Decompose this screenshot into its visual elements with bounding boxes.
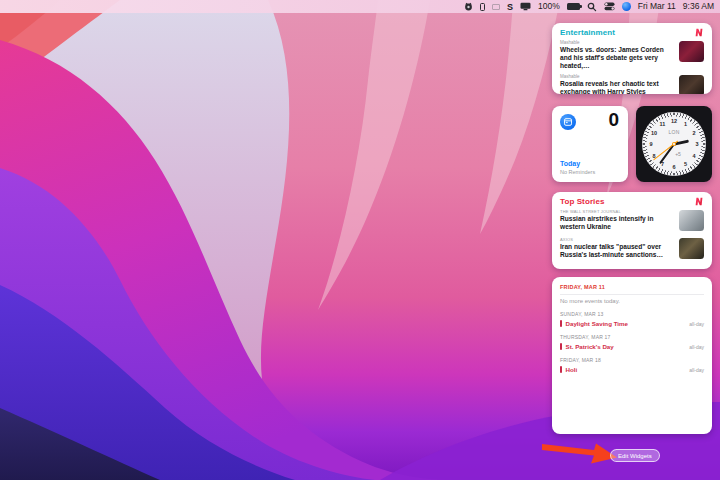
calendar-event[interactable]: Holi all-day [560,366,704,373]
story-headline: Russian airstrikes intensify in western … [560,215,674,231]
news-app-icon [695,28,704,37]
news-story[interactable]: Mashable Rosalia reveals her chaotic tex… [552,72,712,94]
divider [560,294,704,295]
spotlight-icon[interactable] [587,0,597,13]
calendar-event[interactable]: Daylight Saving Time all-day [560,320,704,327]
story-headline: Iran nuclear talks "paused" over Russia'… [560,243,674,259]
clock-hub [672,142,676,146]
event-color-bar [560,320,562,327]
event-time: all-day [689,321,704,327]
desktop: S 100% Fri Mar 11 9:36 AM Entertainment … [0,0,720,480]
story-thumbnail [679,238,704,259]
story-thumbnail [679,210,704,231]
clock-face: 12 1 2 3 4 5 6 7 8 9 10 11 LON +5 [642,112,706,176]
event-title: St. Patrick's Day [566,343,690,350]
reminders-today-icon [560,114,576,130]
story-source: THE WALL STREET JOURNAL [560,209,674,214]
event-color-bar [560,366,562,373]
battery-percent-label: 100% [538,0,560,13]
entertainment-widget-title: Entertainment [560,28,615,37]
battery-icon[interactable] [567,0,580,13]
calendar-widget[interactable]: FRIDAY, MAR 11 No more events today. SUN… [552,277,712,434]
calendar-day-header: THURSDAY, MAR 17 [560,334,704,340]
top-stories-widget-title: Top Stories [560,197,605,206]
blue-app-icon[interactable] [622,0,631,13]
s-app-label: S [507,2,513,12]
news-story[interactable]: THE WALL STREET JOURNAL Russian airstrik… [552,207,712,231]
annotation-arrow-icon [538,437,622,467]
story-headline: Wheels vs. doors: James Corden and his s… [560,46,674,69]
story-thumbnail [679,75,704,94]
story-source: Mashable [560,40,674,45]
story-headline: Rosalia reveals her chaotic text exchang… [560,80,674,94]
clock-city-label: LON [668,129,679,135]
faded-status-icon[interactable] [492,0,500,13]
menu-bar-time[interactable]: 9:36 AM [683,0,714,13]
news-story[interactable]: AXIOS Iran nuclear talks "paused" over R… [552,235,712,259]
news-entertainment-widget[interactable]: Entertainment Mashable Wheels vs. doors:… [552,23,712,94]
story-thumbnail [679,41,704,62]
event-title: Holi [566,366,690,373]
reminders-widget[interactable]: 0 Today No Reminders [552,106,628,182]
s-app-icon[interactable]: S [507,0,513,13]
control-center-icon[interactable] [604,0,615,13]
calendar-today-header: FRIDAY, MAR 11 [560,284,704,290]
story-source: AXIOS [560,237,674,242]
edit-widgets-button[interactable]: Edit Widgets [610,449,660,462]
calendar-event[interactable]: St. Patrick's Day all-day [560,343,704,350]
reminders-count: 0 [608,109,619,131]
camera-app-icon[interactable] [464,0,473,13]
event-color-bar [560,343,562,350]
calendar-day-header: SUNDAY, MAR 13 [560,311,704,317]
event-time: all-day [689,344,704,350]
event-time: all-day [689,367,704,373]
news-top-stories-widget[interactable]: Top Stories THE WALL STREET JOURNAL Russ… [552,192,712,269]
calendar-day-header: FRIDAY, MAR 18 [560,357,704,363]
news-app-icon [695,197,704,206]
news-story[interactable]: Mashable Wheels vs. doors: James Corden … [552,38,712,69]
story-source: Mashable [560,74,674,79]
world-clock-widget[interactable]: 12 1 2 3 4 5 6 7 8 9 10 11 LON +5 [636,106,712,182]
phone-status-icon[interactable] [480,0,485,13]
reminders-empty-text: No Reminders [560,169,595,175]
menu-bar: S 100% Fri Mar 11 9:36 AM [0,0,720,13]
reminders-list-name: Today [560,160,580,167]
display-icon[interactable] [520,0,531,13]
menu-bar-date[interactable]: Fri Mar 11 [638,0,676,13]
calendar-no-events: No more events today. [560,298,704,304]
clock-offset-label: +5 [675,151,681,157]
event-title: Daylight Saving Time [566,320,690,327]
